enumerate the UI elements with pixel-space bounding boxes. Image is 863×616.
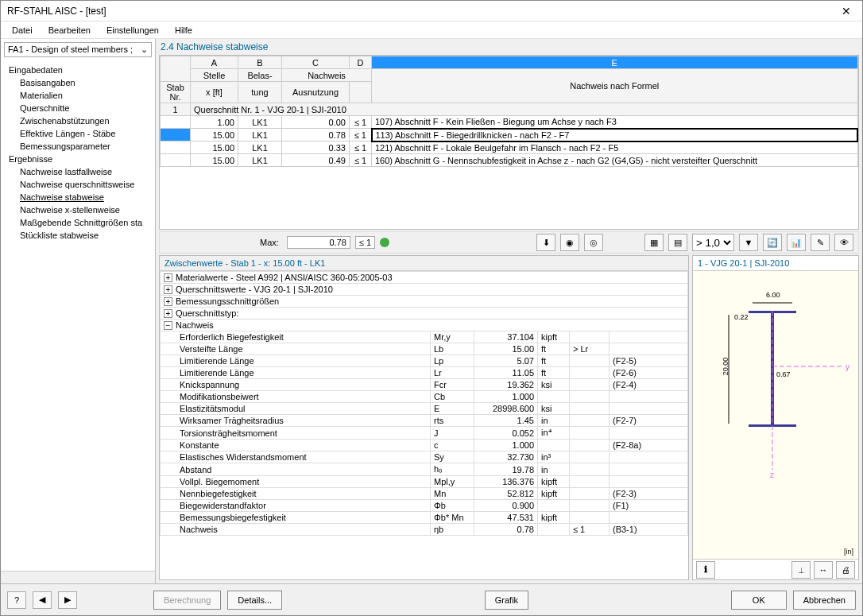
details-title: Zwischenwerte - Stab 1 - x: 15.00 ft - L… <box>160 256 688 271</box>
detail-row: Konstante c 1.000 (F2-8a) <box>161 440 688 451</box>
detail-row: Limitierende Länge Lr 11.05 ft (F2-6) <box>161 367 688 379</box>
window-title: RF-STAHL AISC - [test] <box>7 6 837 17</box>
col-letter: A <box>191 56 238 69</box>
svg-text:z: z <box>770 471 774 479</box>
detail-row: Biegewiderstandfaktor Φb 0.900 (F1) <box>161 500 688 512</box>
chevron-down-icon: ⌄ <box>141 45 148 55</box>
tree-item[interactable]: Nachweise x-stellenweise <box>6 203 150 216</box>
tool-icon[interactable]: ✎ <box>811 234 830 251</box>
tree-item-selected[interactable]: Nachweise stabweise <box>6 191 150 203</box>
tool-icon[interactable]: ▤ <box>668 234 687 251</box>
menu-datei[interactable]: Datei <box>6 24 39 37</box>
detail-row: Nachweis ηb 0.78 ≤ 1 (B3-1) <box>161 524 688 536</box>
tool-icon[interactable]: ◉ <box>560 234 579 251</box>
detail-group[interactable]: +Bemessungsschnittgrößen <box>161 296 688 308</box>
help-icon[interactable]: ? <box>7 591 26 609</box>
col-header: Nachweis <box>282 69 372 82</box>
tree-item[interactable]: Nachweise lastfallweise <box>6 165 150 178</box>
table-row[interactable]: 1.00 LK1 0.00 ≤ 1 107) Abschnitt F - Kei… <box>161 116 858 129</box>
export-icon[interactable]: 📊 <box>787 234 806 251</box>
section-row: Querschnitt Nr. 1 - VJG 20-1 | SJI-2010 <box>191 103 858 116</box>
tree-item[interactable]: Querschnitte <box>6 102 150 114</box>
detail-group[interactable]: +Materialwerte - Steel A992 | ANSI/AISC … <box>161 272 688 284</box>
tree-group-results[interactable]: Ergebnisse <box>6 153 150 165</box>
details-panel: Zwischenwerte - Stab 1 - x: 15.00 ft - L… <box>159 255 689 580</box>
preview-unit: [in] <box>844 548 853 556</box>
table-row[interactable]: 15.00 LK1 0.49 ≤ 1 160) Abschnitt G - Ne… <box>161 154 858 167</box>
col-header: x [ft] <box>191 82 238 103</box>
col-letter: D <box>350 56 372 69</box>
abbrechen-button[interactable]: Abbrechen <box>793 591 856 610</box>
detail-row: Bemessungsbiegefestigkeit Φb* Mn 47.531 … <box>161 512 688 524</box>
case-selector[interactable]: FA1 - Design of steel members ; ⌄ <box>4 42 152 57</box>
tree-item[interactable]: Nachweise querschnittsweise <box>6 178 150 191</box>
tool-icon[interactable]: ◎ <box>584 234 603 251</box>
nav-next-icon[interactable]: ▶ <box>58 591 77 609</box>
col-header: Belas- <box>238 69 282 82</box>
detail-row: Vollpl. Biegemoment Mpl,y 136.376 kipft <box>161 476 688 488</box>
detail-group[interactable]: +Querschnittswerte - VJG 20-1 | SJI-2010 <box>161 284 688 296</box>
title-bar: RF-STAHL AISC - [test] ✕ <box>1 1 862 21</box>
detail-row: Torsionsträgheitsmoment J 0.052 in⁴ <box>161 427 688 440</box>
col-letter: E <box>372 56 858 69</box>
eye-icon[interactable]: 👁 <box>834 234 853 251</box>
tree-group-input[interactable]: Eingabedaten <box>6 64 150 76</box>
nav-prev-icon[interactable]: ◀ <box>33 591 52 609</box>
nachweis-group[interactable]: −Nachweis <box>161 320 688 331</box>
tree-item[interactable]: Maßgebende Schnittgrößen sta <box>6 216 150 229</box>
menu-bearbeiten[interactable]: Bearbeiten <box>42 24 97 37</box>
detail-row: Wirksamer Trägheitsradius rts 1.45 in (F… <box>161 415 688 427</box>
detail-row: Modifikationsbeiwert Cb 1.000 <box>161 391 688 403</box>
toolbar: Max: 0.78 ≤ 1 ⬇ ◉ ◎ ▦ ▤ > 1,0 ▼ 🔄 📊 ✎ 👁 <box>159 231 859 254</box>
case-selector-value: FA1 - Design of steel members ; <box>8 45 141 55</box>
footer: ? ◀ ▶ Berechnung Details... Grafik OK Ab… <box>1 583 862 615</box>
tree-item[interactable]: Stückliste stabweise <box>6 229 150 242</box>
col-header: Nachweis nach Formel <box>372 69 858 103</box>
table-row[interactable]: 15.00 LK1 0.78 ≤ 1 113) Abschnitt F - Bi… <box>161 129 858 141</box>
max-rel: ≤ 1 <box>355 236 375 249</box>
tree-item[interactable]: Zwischenabstützungen <box>6 114 150 127</box>
max-label: Max: <box>260 238 279 247</box>
info-icon[interactable]: ℹ <box>696 561 715 579</box>
details-button[interactable]: Details... <box>227 591 282 610</box>
dim-web: 0.67 <box>776 370 791 378</box>
tree-item[interactable]: Bemessungsparameter <box>6 140 150 153</box>
dim-icon[interactable]: ↔ <box>814 561 833 579</box>
sidebar-scrollbar[interactable] <box>1 571 155 583</box>
tool-icon[interactable]: ▦ <box>644 234 664 251</box>
detail-row: Abstand h₀ 19.78 in <box>161 463 688 476</box>
dim-height: 20.00 <box>722 358 729 376</box>
tree-item[interactable]: Effektive Längen - Stäbe <box>6 127 150 140</box>
menu-hilfe[interactable]: Hilfe <box>168 24 199 37</box>
ok-button[interactable]: OK <box>731 591 787 610</box>
detail-row: Elastizitätsmodul E 28998.600 ksi <box>161 403 688 415</box>
grafik-button[interactable]: Grafik <box>485 591 528 610</box>
filter-icon[interactable]: ▼ <box>739 234 758 251</box>
tree-item[interactable]: Basisangaben <box>6 76 150 89</box>
close-icon[interactable]: ✕ <box>837 5 856 17</box>
tool-icon[interactable]: 🔄 <box>763 234 782 251</box>
sidebar: FA1 - Design of steel members ; ⌄ Eingab… <box>1 39 156 583</box>
detail-row: Erforderlich Biegefestigkeit Mr,y 37.104… <box>161 331 688 343</box>
print-icon[interactable]: 🖨 <box>836 561 855 579</box>
col-header: Stelle <box>191 69 238 82</box>
axes-icon[interactable]: ⟂ <box>791 561 811 579</box>
results-grid: A B C D E Stelle Belas- Nachweis Nachwei… <box>159 55 859 230</box>
tree-item[interactable]: Materialien <box>6 89 150 102</box>
filter-select[interactable]: > 1,0 <box>692 234 734 251</box>
table-row[interactable]: 15.00 LK1 0.33 ≤ 1 121) Abschnitt F - Lo… <box>161 141 858 154</box>
section-svg: y z <box>693 271 859 509</box>
tool-icon[interactable]: ⬇ <box>536 234 555 251</box>
detail-group[interactable]: +Querschnittstyp: <box>161 308 688 320</box>
detail-row: Limitierende Länge Lp 5.07 ft (F2-5) <box>161 355 688 367</box>
berechnung-button[interactable]: Berechnung <box>153 591 221 610</box>
preview-title: 1 - VJG 20-1 | SJI-2010 <box>693 256 858 271</box>
detail-row: Knickspannung Fcr 19.362 ksi (F2-4) <box>161 379 688 391</box>
dim-width: 6.00 <box>766 291 780 299</box>
preview-drawing: y z 6.00 0.22 20.00 0.67 [in] <box>693 271 858 559</box>
col-header: Ausnutzung <box>282 82 350 103</box>
max-value: 0.78 <box>287 236 350 249</box>
menu-einstellungen[interactable]: Einstellungen <box>100 24 165 37</box>
col-header: tung <box>238 82 282 103</box>
menu-bar: Datei Bearbeiten Einstellungen Hilfe <box>1 21 862 39</box>
